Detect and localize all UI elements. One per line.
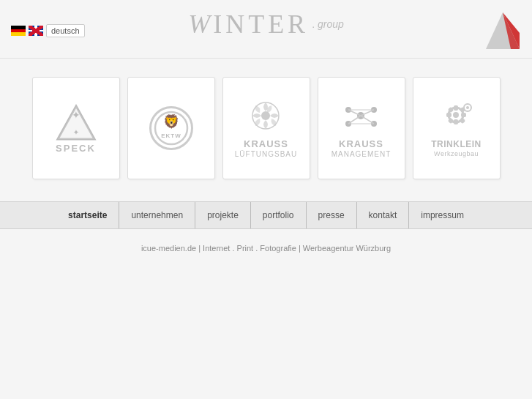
krauss-mgmt-sub: MANAGEMENT xyxy=(331,150,391,158)
card-speck[interactable]: ✦ ✦ SPECK xyxy=(32,77,120,179)
nav-projekte[interactable]: projekte xyxy=(195,202,251,228)
svg-point-11 xyxy=(261,111,270,120)
svg-rect-28 xyxy=(461,113,466,117)
cards-section: ✦ ✦ SPECK 🦁 EKTW xyxy=(0,62,532,194)
trinklein-logo: TRINKLEIN Werkzeugbau xyxy=(413,78,500,179)
header: deutsch WINTER . group xyxy=(0,0,532,59)
krauss-gear-svg xyxy=(242,98,290,138)
svg-line-20 xyxy=(361,116,374,124)
nav-unternehmen[interactable]: unternehmen xyxy=(119,202,195,228)
card-ektw[interactable]: 🦁 EKTW xyxy=(127,77,215,179)
nav-presse[interactable]: presse xyxy=(307,202,357,228)
speck-logo: ✦ ✦ SPECK xyxy=(33,78,119,179)
ektw-logo: 🦁 EKTW xyxy=(128,78,214,179)
speck-label: SPECK xyxy=(56,143,96,154)
card-trinklein[interactable]: TRINKLEIN Werkzeugbau xyxy=(413,77,501,179)
logo-dot: . xyxy=(312,18,315,30)
svg-text:✦: ✦ xyxy=(72,109,80,121)
svg-line-19 xyxy=(348,116,361,124)
nav-bar: startseite unternehmen projekte portfoli… xyxy=(0,201,532,229)
language-switcher[interactable]: deutsch xyxy=(11,24,85,37)
krauss-lueftung-logo: KRAUSS LÜFTUNGSBAU xyxy=(223,78,310,179)
flag-uk-icon[interactable] xyxy=(29,26,43,36)
krauss-mgmt-svg xyxy=(337,98,385,138)
svg-point-24 xyxy=(453,112,459,118)
svg-rect-30 xyxy=(460,118,465,124)
nav-impressum[interactable]: impressum xyxy=(409,202,476,228)
site-logo: WINTER . group xyxy=(188,9,344,40)
flag-german-icon[interactable] xyxy=(11,26,26,36)
ektw-circle: 🦁 EKTW xyxy=(149,106,193,150)
footer: icue-medien.de | Internet . Print . Foto… xyxy=(0,229,532,267)
krauss-mgmt-name: KRAUSS xyxy=(339,138,383,150)
card-krauss-mgmt[interactable]: KRAUSS MANAGEMENT xyxy=(318,77,405,179)
lang-label[interactable]: deutsch xyxy=(46,24,85,37)
svg-rect-26 xyxy=(454,119,458,124)
logo-w-letter: W xyxy=(188,10,213,39)
svg-rect-27 xyxy=(446,113,452,117)
logo-text: WINTER xyxy=(188,9,309,40)
trinklein-sub: Werkzeugbau xyxy=(434,150,479,157)
trinklein-name: TRINKLEIN xyxy=(431,139,482,149)
krauss-lueftung-name: KRAUSS xyxy=(244,138,288,150)
trinklein-svg xyxy=(432,99,480,139)
card-krauss-lueftung[interactable]: KRAUSS LÜFTUNGSBAU xyxy=(222,77,310,179)
svg-text:🦁: 🦁 xyxy=(163,113,180,130)
speck-logo-svg: ✦ ✦ xyxy=(54,102,98,143)
logo-inter: INTER xyxy=(213,10,309,39)
ektw-circle-svg: 🦁 EKTW xyxy=(153,110,190,146)
nav-portfolio[interactable]: portfolio xyxy=(251,202,307,228)
triangle-icon xyxy=(484,11,521,51)
svg-text:✦: ✦ xyxy=(73,129,79,136)
footer-text: icue-medien.de | Internet . Print . Foto… xyxy=(141,244,391,253)
svg-point-34 xyxy=(466,106,469,109)
svg-text:EKTW: EKTW xyxy=(161,133,181,139)
krauss-mgmt-logo: KRAUSS MANAGEMENT xyxy=(318,78,405,179)
logo-group: group xyxy=(318,18,344,30)
nav-kontakt[interactable]: kontakt xyxy=(357,202,410,228)
krauss-lueftung-sub: LÜFTUNGSBAU xyxy=(235,150,297,158)
svg-rect-25 xyxy=(454,105,458,111)
nav-startseite[interactable]: startseite xyxy=(56,202,119,228)
